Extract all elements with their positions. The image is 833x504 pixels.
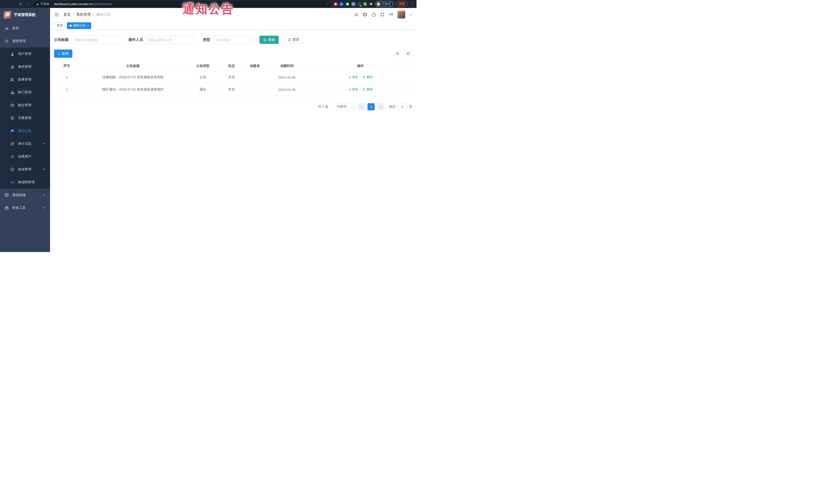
- reset-button[interactable]: 重置: [284, 36, 303, 44]
- org-tree-icon: [10, 90, 15, 94]
- menu-list-icon: [10, 77, 15, 81]
- add-button[interactable]: + 新增: [54, 50, 72, 58]
- breadcrumb-current: 通知公告: [96, 12, 111, 17]
- home-icon[interactable]: ⌂: [26, 2, 31, 6]
- breadcrumb-system[interactable]: 系统管理: [76, 12, 91, 17]
- extension-icon[interactable]: [357, 2, 361, 6]
- extension-icon[interactable]: [340, 2, 343, 6]
- sidebar-item-dept-mgmt[interactable]: 部门管理: [0, 86, 50, 99]
- close-icon[interactable]: ×: [87, 24, 89, 27]
- filter-title-label: 公告标题: [54, 38, 69, 42]
- notice-title-input[interactable]: [71, 36, 120, 44]
- goto-page-input[interactable]: [397, 103, 407, 110]
- sidebar-item-sms-mgmt[interactable]: 短信管理 ▼: [0, 163, 50, 176]
- plus-icon: +: [58, 52, 60, 56]
- sidebar-item-infrastructure[interactable]: 基础设施 ▼: [0, 189, 50, 201]
- reload-icon[interactable]: ⟳: [18, 2, 23, 6]
- chrome-update-button[interactable]: 更新: [396, 1, 408, 7]
- col-creator: 创建者: [244, 61, 266, 71]
- breadcrumb-home[interactable]: 首页: [63, 12, 71, 17]
- extension-icon[interactable]: [363, 2, 367, 6]
- chevron-down-icon: ▼: [43, 168, 45, 171]
- sidebar-item-role-mgmt[interactable]: 角色管理: [0, 60, 50, 73]
- notice-type-select[interactable]: [213, 36, 253, 44]
- forward-icon[interactable]: →: [10, 2, 16, 6]
- search-icon[interactable]: [354, 12, 358, 17]
- extension-icon[interactable]: [352, 2, 355, 6]
- github-icon[interactable]: [363, 12, 367, 17]
- refresh-button[interactable]: [404, 50, 412, 58]
- sidebar-item-online-users[interactable]: 在线用户: [0, 150, 50, 163]
- search-button[interactable]: 搜索: [259, 36, 279, 44]
- table-row[interactable]: 2 维护通知：2018-07-01 若依系统凌晨维护 通知 开启 2021-01…: [54, 83, 412, 96]
- sidebar-item-dev-tools[interactable]: 研发工具 ▼: [0, 201, 50, 214]
- users-icon: [10, 65, 15, 69]
- table-row[interactable]: 1 温馨提醒：2018-07-01 若依新版本发布啦 公告 开启 2021-01…: [54, 71, 412, 83]
- browser-toolbar: ← → ⟳ ⌂ ▲ 不安全 dashboard.yudao.iocoder.cn…: [0, 0, 416, 8]
- sidebar-item-menu-mgmt[interactable]: 菜单管理: [0, 73, 50, 86]
- header-actions: ? тT ▼: [354, 11, 412, 19]
- bookmark-star-icon[interactable]: ☆: [326, 2, 329, 6]
- sidebar-item-system[interactable]: 系统管理: [0, 34, 50, 47]
- chevron-down-icon: ▼: [43, 207, 45, 209]
- breadcrumb: 首页 / 系统管理 / 通知公告: [63, 12, 111, 17]
- sidebar-item-audit-log[interactable]: 审计日志 ▼: [0, 137, 50, 150]
- operator-input[interactable]: [145, 36, 195, 44]
- tab-notice[interactable]: 通知公告 ×: [67, 22, 91, 29]
- sidebar-item-dict-mgmt[interactable]: 字典管理: [0, 112, 50, 124]
- extensions-puzzle-icon[interactable]: [369, 2, 373, 6]
- sidebar-item-home[interactable]: 首页: [0, 22, 50, 34]
- active-dot: [70, 25, 72, 27]
- app-title: 芋道管理系统: [14, 13, 35, 17]
- sidebar-logo[interactable]: 芋道管理系统: [0, 8, 50, 22]
- sidebar-menu: 首页 系统管理 用户管理 角色管理: [0, 22, 50, 252]
- back-icon[interactable]: ←: [3, 2, 8, 6]
- table-toolbar: + 新增: [54, 50, 412, 58]
- sidebar-item-post-mgmt[interactable]: 岗位管理: [0, 99, 50, 112]
- edit-button[interactable]: 修改: [348, 75, 358, 79]
- help-icon[interactable]: ?: [371, 12, 376, 17]
- monitor-icon: [5, 193, 9, 197]
- url-text: dashboard.yudao.iocoder.cn/system/notice: [54, 2, 112, 6]
- page-number-1[interactable]: 1: [367, 103, 375, 110]
- delete-button[interactable]: 删除: [363, 75, 373, 79]
- sms-shield-icon: [10, 167, 15, 171]
- chevron-down-icon: ▼: [43, 143, 45, 145]
- next-page-button[interactable]: ›: [377, 103, 384, 110]
- prev-page-button[interactable]: ‹: [358, 103, 365, 110]
- chevron-down-icon: ▼: [43, 194, 45, 196]
- col-status: 状态: [219, 61, 244, 71]
- browser-profile-chip[interactable]: 已暂停: [376, 1, 394, 7]
- sidebar-item-user-mgmt[interactable]: 用户管理: [0, 47, 50, 60]
- tab-home[interactable]: 首页: [54, 22, 66, 29]
- filter-type-label: 类型: [203, 38, 210, 42]
- avatar[interactable]: [398, 11, 405, 19]
- security-warning[interactable]: ▲ 不安全: [36, 2, 50, 6]
- page-size-select[interactable]: [332, 103, 355, 110]
- caret-down-icon[interactable]: ▼: [409, 13, 412, 16]
- browser-menu-icon[interactable]: ⋮: [410, 2, 414, 6]
- extension-icon[interactable]: [334, 2, 337, 6]
- total-count: 共 2 条: [318, 104, 329, 109]
- table-tools: [394, 50, 412, 58]
- logo-avatar: [4, 11, 11, 19]
- post-icon: [10, 103, 15, 107]
- user-icon: [10, 52, 15, 56]
- address-bar[interactable]: ▲ 不安全 dashboard.yudao.iocoder.cn/system/…: [33, 1, 331, 7]
- extension-icon[interactable]: [346, 2, 349, 6]
- col-index: 序号: [54, 61, 79, 71]
- pagination: 共 2 条 ‹ 1 › 前往 页: [54, 103, 412, 110]
- col-actions: 操作: [308, 61, 412, 71]
- gear-icon: [5, 39, 9, 43]
- font-size-icon[interactable]: тT: [389, 12, 394, 17]
- code-icon: [10, 180, 15, 184]
- fullscreen-icon[interactable]: [380, 12, 385, 17]
- delete-button[interactable]: 删除: [363, 87, 373, 92]
- hide-search-button[interactable]: [394, 50, 402, 58]
- sidebar-item-errcode-mgmt[interactable]: 错误码管理: [0, 176, 50, 189]
- main-content: 首页 / 系统管理 / 通知公告 ? тT ▼ 首: [50, 8, 416, 252]
- edit-button[interactable]: 修改: [348, 87, 358, 92]
- sidebar-item-notice[interactable]: 通知公告: [0, 124, 50, 137]
- col-created: 创建时间: [266, 61, 309, 71]
- sidebar-collapse-icon[interactable]: [55, 13, 59, 17]
